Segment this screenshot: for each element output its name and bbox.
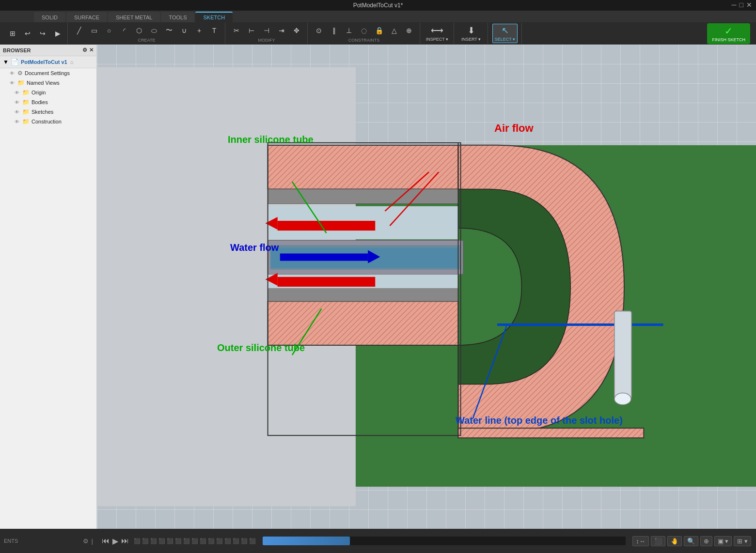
visibility-icon-2: 👁 bbox=[10, 80, 15, 86]
svg-rect-7 bbox=[268, 301, 458, 345]
minimize-btn[interactable]: ─ bbox=[732, 1, 737, 9]
svg-rect-16 bbox=[278, 221, 375, 230]
tab-surface[interactable]: SURFACE bbox=[66, 12, 107, 22]
redo-btn[interactable]: ↪ bbox=[36, 27, 49, 40]
insert-group: ⬇ INSERT ▾ bbox=[455, 23, 488, 44]
timeline: ⏮ ▶ ⏭ ⬛ ⬛ ⬛ ⬛ ⬛ ⬛ ⬛ ⬛ ⬛ ⬛ ⬛ ⬛ ⬛ ⬛ ⬛ ↕↔ ⬛… bbox=[97, 529, 756, 553]
tree-label-bodies: Bodies bbox=[32, 99, 48, 105]
timeline-track[interactable] bbox=[263, 537, 626, 545]
tree-item-construction[interactable]: 👁 📁 Construction bbox=[0, 117, 96, 126]
tree-item-docsettings[interactable]: 👁 ⚙ Document Settings bbox=[0, 68, 96, 78]
tree-item-sketches[interactable]: 👁 📁 Sketches bbox=[0, 107, 96, 117]
ellipse-btn[interactable]: ⬭ bbox=[147, 24, 161, 37]
point-btn[interactable]: + bbox=[192, 24, 206, 37]
vc-copy-btn[interactable]: ⬛ bbox=[651, 536, 665, 546]
vc-zoomfit-btn[interactable]: ⊕ bbox=[700, 536, 712, 546]
folder-icon-bodies: 📁 bbox=[22, 99, 30, 106]
vc-view-btn[interactable]: ⊞ ▾ bbox=[734, 536, 751, 546]
tree-label-construction: Construction bbox=[32, 119, 62, 124]
ribbon: ⊞ ↩ ↪ ▶ ╱ ▭ ○ ◜ ⬡ ⬭ 〜 ∪ + T CREATE ✂ ⊢ ⊣… bbox=[0, 22, 756, 45]
text-btn[interactable]: T bbox=[207, 24, 221, 37]
svg-rect-9 bbox=[268, 287, 458, 301]
parallel-btn[interactable]: ∥ bbox=[327, 24, 341, 37]
select-group: ↖ SELECT ▾ bbox=[488, 23, 522, 44]
visibility-icon-4: 👁 bbox=[15, 100, 19, 105]
annotation-water-line: Water line (top edge of the slot hole) bbox=[456, 415, 623, 426]
tab-bar: SOLID SURFACE SHEET METAL TOOLS SKETCH bbox=[0, 11, 756, 22]
tab-solid[interactable]: SOLID bbox=[34, 12, 65, 22]
coincident-btn[interactable]: ⊙ bbox=[312, 24, 326, 37]
tl-icon-3: ⬛ bbox=[150, 538, 157, 544]
tab-sheetmetal[interactable]: SHEET METAL bbox=[108, 12, 160, 22]
folder-icon-origin: 📁 bbox=[22, 89, 30, 96]
tl-icon-8: ⬛ bbox=[191, 538, 198, 544]
panel-close-icon[interactable]: ✕ bbox=[89, 47, 94, 53]
tree-label-sketches: Sketches bbox=[32, 109, 53, 115]
tl-icon-14: ⬛ bbox=[241, 538, 248, 544]
tree-item-bodies[interactable]: 👁 📁 Bodies bbox=[0, 97, 96, 107]
tree-item-origin[interactable]: 👁 📁 Origin bbox=[0, 88, 96, 97]
timeline-prev-btn[interactable]: ⏮ bbox=[102, 537, 110, 545]
tree-item-namedviews[interactable]: 👁 📁 Named Views bbox=[0, 78, 96, 88]
insert-btn[interactable]: ⬇ INSERT ▾ bbox=[458, 24, 484, 43]
spline-btn[interactable]: 〜 bbox=[162, 24, 176, 37]
break-btn[interactable]: ⊣ bbox=[260, 24, 273, 37]
home-icon: ⌂ bbox=[70, 59, 74, 65]
tab-sketch[interactable]: SKETCH bbox=[195, 12, 233, 22]
tangent-btn[interactable]: ◌ bbox=[357, 24, 371, 37]
undo-btn[interactable]: ↩ bbox=[21, 27, 34, 40]
select-btn[interactable]: ↖ SELECT ▾ bbox=[492, 24, 518, 43]
visibility-icon-5: 👁 bbox=[15, 109, 19, 115]
conic-btn[interactable]: ∪ bbox=[177, 24, 191, 37]
vc-fit-btn[interactable]: ↕↔ bbox=[632, 536, 649, 546]
close-btn[interactable]: ✕ bbox=[746, 1, 752, 9]
tl-icon-7: ⬛ bbox=[183, 538, 190, 544]
finish-sketch-btn[interactable]: ✓ FINISH SKETCH bbox=[707, 23, 750, 44]
equal-btn[interactable]: △ bbox=[387, 24, 401, 37]
constraints-group: ⊙ ∥ ⊥ ◌ 🔒 △ ⊕ CONSTRAINTS bbox=[308, 23, 420, 44]
line-btn[interactable]: ╱ bbox=[72, 24, 86, 37]
rect-btn[interactable]: ▭ bbox=[87, 24, 101, 37]
svg-rect-19 bbox=[278, 277, 375, 287]
tl-icon-4: ⬛ bbox=[158, 538, 165, 544]
vc-pan-btn[interactable]: 🤚 bbox=[667, 536, 682, 546]
project-header[interactable]: ▼ 📄 PotModelToCut v1 ⌂ bbox=[0, 56, 96, 68]
project-name: PotModelToCut v1 bbox=[21, 59, 67, 65]
offset-btn[interactable]: ⇥ bbox=[275, 24, 288, 37]
finish-sketch-label: FINISH SKETCH bbox=[712, 37, 745, 42]
move-btn[interactable]: ✥ bbox=[290, 24, 303, 37]
settings-icon: ⚙ bbox=[17, 70, 23, 77]
folder-icon-construction: 📁 bbox=[22, 118, 30, 125]
panel-divider-icon: | bbox=[92, 538, 93, 545]
extend-btn[interactable]: ⊢ bbox=[245, 24, 258, 37]
svg-point-32 bbox=[614, 393, 631, 405]
left-panel: BROWSER ⚙ ✕ ▼ 📄 PotModelToCut v1 ⌂ 👁 ⚙ D… bbox=[0, 45, 97, 529]
main-canvas[interactable]: Inner silicone tube Air flow Water flow … bbox=[97, 45, 756, 529]
trim-btn[interactable]: ✂ bbox=[230, 24, 243, 37]
maximize-btn[interactable]: □ bbox=[740, 1, 743, 9]
grid-btn[interactable]: ⊞ bbox=[6, 27, 19, 40]
arc-btn[interactable]: ◜ bbox=[117, 24, 131, 37]
timeline-next-btn[interactable]: ⏭ bbox=[121, 537, 129, 545]
nav-forward-btn[interactable]: ▶ bbox=[51, 27, 64, 40]
tl-icon-15: ⬛ bbox=[249, 538, 256, 544]
folder-icon-sketches: 📁 bbox=[22, 108, 30, 115]
timeline-play-btn[interactable]: ▶ bbox=[112, 537, 118, 546]
panel-settings-icon[interactable]: ⚙ bbox=[82, 47, 87, 53]
panel-settings-bottom-icon[interactable]: ⚙ bbox=[83, 538, 89, 545]
constraints-label: CONSTRAINTS bbox=[348, 38, 380, 43]
polygon-btn[interactable]: ⬡ bbox=[132, 24, 146, 37]
lock-btn[interactable]: 🔒 bbox=[372, 24, 386, 37]
project-expand-icon: ▼ bbox=[3, 59, 9, 65]
panel-icons: ⚙ ✕ bbox=[82, 47, 94, 53]
svg-rect-21 bbox=[280, 253, 368, 261]
tab-tools[interactable]: TOOLS bbox=[161, 12, 194, 22]
window-controls[interactable]: ─ □ ✕ bbox=[732, 1, 752, 9]
inspect-btn[interactable]: ⟷ INSPECT ▾ bbox=[425, 24, 450, 43]
vc-zoom-btn[interactable]: 🔍 bbox=[684, 536, 698, 546]
annotation-air-flow: Air flow bbox=[494, 122, 534, 135]
fix-btn[interactable]: ⊕ bbox=[402, 24, 416, 37]
circle-btn[interactable]: ○ bbox=[102, 24, 116, 37]
vc-display-btn[interactable]: ▣ ▾ bbox=[714, 536, 732, 546]
perp-btn[interactable]: ⊥ bbox=[342, 24, 356, 37]
